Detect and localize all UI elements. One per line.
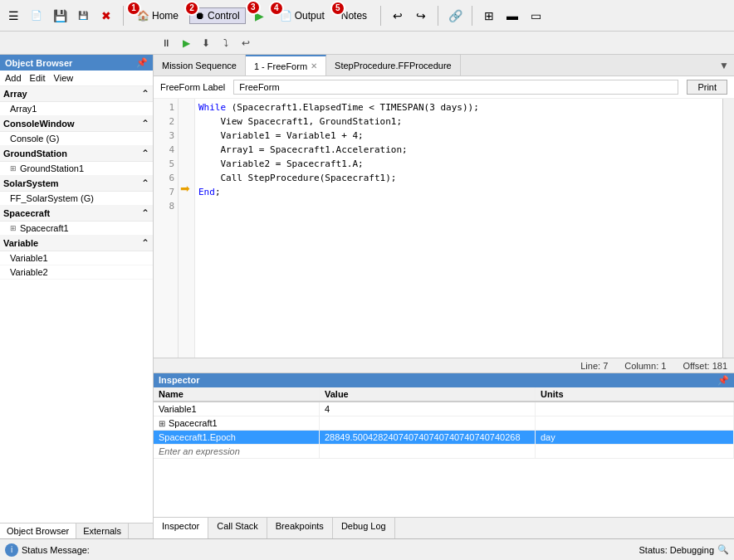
- object-browser-menu: Add Edit View: [0, 71, 153, 86]
- line-num-7: 7: [154, 185, 178, 199]
- item-groundstation1[interactable]: ⊞ GroundStation1: [0, 162, 153, 176]
- freeform-value-input[interactable]: [233, 80, 678, 95]
- tab-stepprocedure[interactable]: StepProcedure.FFProcedure: [326, 55, 461, 75]
- link-icon[interactable]: 🔗: [446, 7, 464, 25]
- item-spacecraft1[interactable]: ⊞ Spacecraft1: [0, 222, 153, 236]
- sep3: [438, 6, 438, 26]
- add-menu[interactable]: Add: [5, 73, 22, 83]
- play-btn-wrap: 3 ▶: [251, 7, 269, 25]
- control-label: Control: [208, 10, 240, 22]
- row-spacecraft1-name: ⊞Spacecraft1: [154, 416, 320, 430]
- code-line-2: While (Spacecraft1.ElapsedTime < TIMESPA…: [198, 100, 719, 114]
- line-num-2: 2: [154, 114, 178, 129]
- category-consolewindow[interactable]: ConsoleWindow ⌃: [0, 116, 153, 132]
- inspector-header-row: Name Value Units: [154, 387, 734, 402]
- tab-freeform[interactable]: 1 - FreeForm ✕: [246, 55, 326, 75]
- resume-button[interactable]: ▶: [178, 35, 194, 51]
- line-status: Line: 7: [580, 361, 608, 371]
- item-array1[interactable]: Array1: [0, 102, 153, 116]
- print-button[interactable]: Print: [687, 80, 727, 95]
- step-into-button[interactable]: ⬇: [198, 35, 214, 51]
- collapse-solarsystem-icon: ⌃: [141, 178, 149, 189]
- tab-mission-sequence[interactable]: Mission Sequence: [154, 55, 246, 75]
- tab-externals[interactable]: Externals: [76, 523, 129, 538]
- object-browser-header: Object Browser 📌: [0, 55, 153, 71]
- layout-icon[interactable]: ▭: [526, 7, 545, 25]
- inspector-row-epoch[interactable]: Spacecraft1.Epoch 28849.5004282407407407…: [154, 431, 734, 445]
- row-variable1-units: [536, 402, 734, 416]
- spacecraft1-label: Spacecraft1: [20, 223, 69, 233]
- category-solarsystem-label: SolarSystem: [3, 178, 59, 188]
- tab-freeform-label: 1 - FreeForm: [254, 61, 307, 71]
- status-bar-right: Status: Debugging 🔍: [639, 544, 729, 555]
- grid-icon[interactable]: ⊞: [480, 7, 498, 25]
- step-out-button[interactable]: ↩: [237, 35, 254, 51]
- close-icon[interactable]: ✖: [97, 7, 115, 25]
- inspector-row-spacecraft1[interactable]: ⊞Spacecraft1: [154, 416, 734, 431]
- panel-icon[interactable]: ▬: [503, 7, 521, 25]
- category-spacecraft-label: Spacecraft: [3, 208, 50, 218]
- inspector-expression-input[interactable]: Enter an expression: [154, 445, 320, 458]
- inspector-pin-icon[interactable]: 📌: [717, 375, 729, 386]
- line-num-6: 6: [154, 171, 178, 185]
- pin-icon[interactable]: 📌: [136, 57, 148, 68]
- debug-toolbar: ⏸ ▶ ⬇ ⤵ ↩: [0, 32, 734, 55]
- tab-call-stack[interactable]: Call Stack: [208, 518, 267, 538]
- inspector-table: Name Value Units Variable1 4 ⊞Spacecraft…: [154, 387, 734, 517]
- inspector-expression-value: [320, 445, 536, 458]
- edit-menu[interactable]: Edit: [30, 73, 46, 83]
- line-num-8: 8: [154, 199, 178, 213]
- item-variable1[interactable]: Variable1: [0, 251, 153, 265]
- redo-icon[interactable]: ↪: [412, 7, 430, 25]
- step-over-button[interactable]: ⤵: [218, 35, 234, 51]
- category-groundstation[interactable]: GroundStation ⌃: [0, 146, 153, 162]
- control-btn-wrap: 2 ⏺ Control: [189, 7, 246, 24]
- status-search-icon[interactable]: 🔍: [717, 544, 729, 555]
- view-menu[interactable]: View: [54, 73, 74, 83]
- code-scrollbar[interactable]: [722, 99, 734, 358]
- column-status: Column: 1: [624, 361, 666, 371]
- variable1-label: Variable1: [10, 253, 48, 263]
- code-gutter: ➡: [179, 99, 195, 358]
- notes-btn-wrap: 5 Notes: [335, 7, 373, 24]
- collapse-console-icon: ⌃: [141, 118, 149, 129]
- code-line-6: Variable2 = Spacecraft1.A;: [198, 157, 719, 171]
- tab-debug-log[interactable]: Debug Log: [333, 518, 395, 538]
- status-bar: i Status Message: Status: Debugging 🔍: [0, 538, 734, 560]
- item-console-g[interactable]: Console (G): [0, 132, 153, 146]
- new-icon[interactable]: 📄: [27, 7, 46, 25]
- undo-icon[interactable]: ↩: [389, 7, 407, 25]
- row-epoch-name: Spacecraft1.Epoch: [154, 431, 320, 444]
- category-variable[interactable]: Variable ⌃: [0, 236, 153, 251]
- keyword-while: While: [198, 102, 226, 113]
- category-solarsystem[interactable]: SolarSystem ⌃: [0, 176, 153, 192]
- tab-breakpoints[interactable]: Breakpoints: [267, 518, 333, 538]
- freeform-header: FreeForm Label Print: [154, 76, 734, 99]
- status-label: Status Message:: [22, 545, 90, 555]
- code-line-8: End;: [198, 185, 719, 199]
- tab-inspector[interactable]: Inspector: [154, 518, 208, 538]
- menu-icon[interactable]: ☰: [4, 7, 22, 25]
- tab-object-browser[interactable]: Object Browser: [0, 523, 76, 538]
- row-spacecraft1-units: [536, 416, 734, 430]
- home-label: Home: [152, 10, 179, 22]
- sep1: [123, 6, 124, 26]
- pause-button[interactable]: ⏸: [158, 35, 174, 51]
- code-area: 1 2 3 4 5 6 7 8 ➡ While (Spacecraft1.Ela…: [154, 99, 734, 358]
- code-line-5: Array1 = Spacecraft1.Acceleration;: [198, 143, 719, 157]
- inspector-row-variable1[interactable]: Variable1 4: [154, 402, 734, 416]
- code-status-line: Line: 7 Column: 1 Offset: 181: [154, 358, 734, 373]
- keyword-end: End: [198, 187, 215, 197]
- code-line-3: View Spacecraft1, GroundStation1;: [198, 114, 719, 129]
- save-icon[interactable]: 💾: [51, 7, 69, 25]
- tab-dropdown-button[interactable]: ▼: [714, 60, 734, 71]
- code-editor[interactable]: While (Spacecraft1.ElapsedTime < TIMESPA…: [195, 99, 722, 358]
- item-variable2[interactable]: Variable2: [0, 265, 153, 280]
- item-ff-solarsystem[interactable]: FF_SolarSystem (G): [0, 192, 153, 206]
- save-all-icon[interactable]: 💾: [74, 7, 92, 25]
- category-spacecraft[interactable]: Spacecraft ⌃: [0, 206, 153, 222]
- tab-freeform-close-icon[interactable]: ✕: [311, 61, 317, 71]
- category-groundstation-label: GroundStation: [3, 149, 67, 158]
- category-array[interactable]: Array ⌃: [0, 86, 153, 102]
- collapse-variable-icon: ⌃: [141, 237, 149, 249]
